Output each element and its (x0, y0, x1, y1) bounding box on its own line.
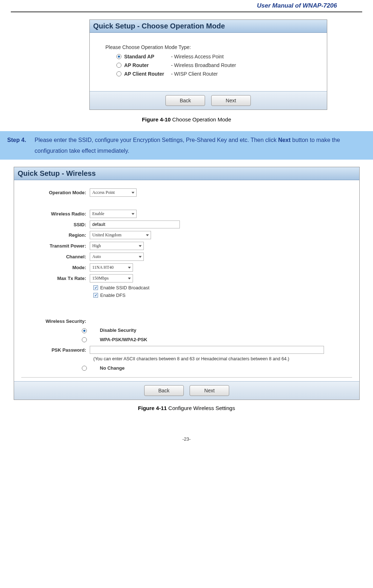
option-name: AP Client Router (124, 71, 171, 77)
option-desc: - Wireless Broadband Router (171, 62, 236, 68)
op-mode-option-ap-client-router[interactable]: AP Client Router - WISP Client Router (116, 71, 322, 77)
fig1-caption-rest: Choose Operation Mode (171, 116, 231, 122)
enable-dfs-row[interactable]: ✓ Enable DFS (93, 293, 352, 298)
chevron-down-icon (139, 256, 142, 258)
radio-icon (82, 328, 87, 333)
region-label: Region: (21, 232, 90, 238)
option-desc: - Wireless Access Point (171, 54, 224, 59)
checkbox-label: Enable SSID Broadcast (100, 285, 150, 290)
fig1-panel: Quick Setup - Choose Operation Mode Plea… (89, 19, 327, 110)
wireless-radio-select[interactable]: Enable (90, 210, 137, 218)
fig1-caption-bold: Figure 4-10 (142, 116, 171, 122)
security-disable-option[interactable]: Disable Security (100, 328, 136, 333)
select-value: Enable (92, 211, 104, 216)
op-mode-option-ap-router[interactable]: AP Router - Wireless Broadband Router (116, 62, 322, 68)
select-value: Auto (92, 254, 101, 259)
ssid-label: SSID: (21, 222, 90, 227)
step4-text: Please enter the SSID, configure your En… (35, 135, 371, 156)
step4-callout: Step 4. Please enter the SSID, configure… (0, 131, 373, 160)
checkbox-icon: ✓ (93, 293, 98, 298)
checkbox-icon: ✓ (93, 285, 98, 290)
fig1-title-bar: Quick Setup - Choose Operation Mode (90, 20, 327, 33)
max-tx-rate-select[interactable]: 150Mbps (90, 274, 133, 282)
ssid-input[interactable] (90, 220, 180, 228)
fig2-caption-bold: Figure 4-11 (138, 405, 167, 411)
option-name: Standard AP (124, 54, 171, 59)
max-tx-rate-label: Max Tx Rate: (21, 276, 90, 281)
mode-select[interactable]: 11NA HT40 (90, 263, 133, 272)
psk-hint: (You can enter ASCII characters between … (93, 356, 352, 361)
page-number: -23- (0, 436, 373, 442)
transmit-power-label: Transmit Power: (21, 243, 90, 249)
chevron-down-icon (139, 245, 142, 247)
psk-password-input[interactable] (90, 346, 324, 354)
wireless-radio-label: Wireless Radio: (21, 211, 90, 217)
radio-icon (116, 54, 121, 59)
fig2-caption-rest: Configure Wireless Settings (167, 405, 235, 411)
chevron-down-icon (128, 267, 131, 268)
transmit-power-select[interactable]: High (90, 242, 144, 250)
fig2-title-bar: Quick Setup - Wireless (14, 167, 359, 180)
fig2-caption: Figure 4-11 Configure Wireless Settings (0, 405, 373, 411)
chevron-down-icon (146, 234, 149, 236)
enable-ssid-broadcast-row[interactable]: ✓ Enable SSID Broadcast (93, 285, 352, 290)
doc-title: User Manual of WNAP-7206 (257, 2, 337, 9)
operation-mode-label: Operation Mode: (21, 190, 90, 195)
back-button[interactable]: Back (144, 385, 184, 396)
security-wpa-option[interactable]: WPA-PSK/WPA2-PSK (100, 337, 147, 342)
option-desc: - WISP Client Router (171, 71, 218, 77)
chevron-down-icon (128, 277, 131, 279)
chevron-down-icon (132, 192, 134, 193)
fig2-title: Quick Setup - Wireless (18, 169, 96, 177)
step4-text-before: Please enter the SSID, configure your En… (35, 137, 278, 143)
radio-icon (82, 366, 87, 371)
radio-icon (82, 337, 87, 342)
region-select[interactable]: United Kingdom (90, 231, 151, 239)
radio-icon (116, 63, 121, 68)
fig2-footer: Back Next (14, 381, 359, 400)
fig1-caption: Figure 4-10 Choose Operation Mode (0, 116, 373, 122)
op-mode-option-standard-ap[interactable]: Standard AP - Wireless Access Point (116, 54, 322, 59)
step4-bold: Next (278, 137, 291, 143)
step4-label: Step 4. (2, 135, 35, 156)
option-name: AP Router (124, 62, 171, 68)
select-value: 150Mbps (92, 276, 108, 281)
next-button[interactable]: Next (211, 95, 251, 106)
security-nochange-option[interactable]: No Change (100, 365, 125, 371)
channel-select[interactable]: Auto (90, 253, 144, 261)
fig1-prompt: Please Choose Operation Mode Type: (106, 44, 322, 50)
wireless-security-label: Wireless Security: (21, 318, 90, 324)
psk-password-label: PSK Password: (21, 347, 90, 353)
channel-label: Channel: (21, 254, 90, 259)
select-value: Access Point (92, 190, 115, 195)
doc-header: User Manual of WNAP-7206 (11, 0, 362, 12)
select-value: High (92, 243, 101, 248)
radio-icon (116, 71, 121, 76)
select-value: 11NA HT40 (92, 265, 114, 270)
fig2-panel: Quick Setup - Wireless Operation Mode: A… (14, 167, 360, 400)
fig1-title: Quick Setup - Choose Operation Mode (93, 22, 225, 30)
next-button[interactable]: Next (190, 385, 229, 396)
checkbox-label: Enable DFS (100, 293, 125, 298)
chevron-down-icon (132, 213, 134, 215)
back-button[interactable]: Back (165, 95, 205, 106)
select-value: United Kingdom (92, 232, 121, 237)
mode-label: Mode: (21, 265, 90, 270)
fig1-footer: Back Next (90, 91, 327, 110)
operation-mode-select[interactable]: Access Point (90, 188, 137, 197)
